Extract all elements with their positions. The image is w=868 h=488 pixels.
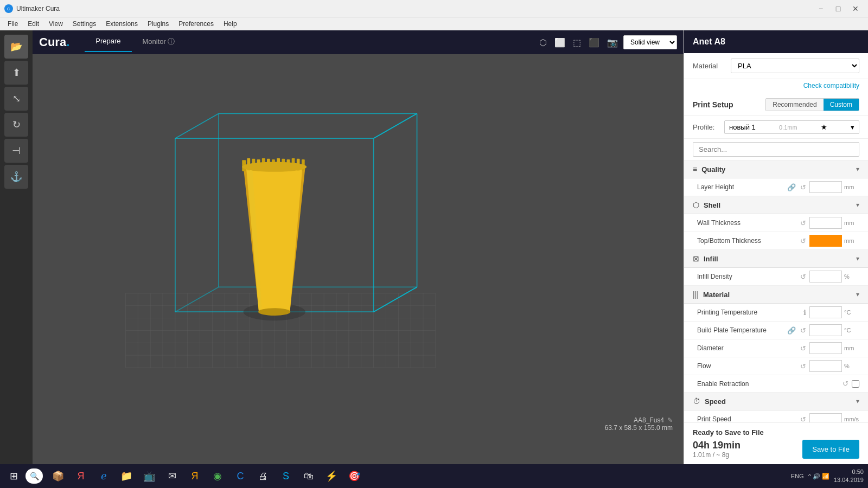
print-speed-reset-icon[interactable]: ↺ [799,414,807,423]
quality-title: Quality [701,165,725,174]
print-speed-label: Print Speed [697,415,799,422]
taskbar-app-store2[interactable]: 🛍 [298,465,320,487]
menu-plugins[interactable]: Plugins [143,19,173,29]
infill-section-header[interactable]: ⊠ Infill ▾ [684,250,868,268]
taskbar-clock: 0:50 [834,468,864,476]
wall-thickness-input[interactable]: 0.5 [809,217,842,229]
view-mode-select[interactable]: Solid view X-Ray view Layer view [623,35,677,49]
build-plate-link-icon[interactable]: 🔗 [786,325,797,336]
print-temp-input[interactable]: 190 [809,306,842,318]
tool-rotate[interactable]: ↻ [4,113,28,137]
menu-preferences[interactable]: Preferences [174,19,218,29]
layer-height-input[interactable]: 0.2 [809,181,842,193]
tool-support[interactable]: ⚓ [4,165,28,189]
flow-label: Flow [697,362,799,370]
logo: Cura. [39,35,69,49]
enable-retraction-label: Enable Retraction [697,380,841,388]
view-side-icon[interactable]: ⬚ [571,35,583,50]
taskbar-app-cura[interactable]: C [229,465,251,487]
taskbar-app-skype[interactable]: S [275,465,297,487]
taskbar-app-game[interactable]: ⚡ [321,465,342,487]
layer-height-controls: 🔗 ↺ 0.2 mm [786,181,859,193]
tab-recommended[interactable]: Recommended [766,99,823,111]
edit-name-icon[interactable]: ✎ [667,416,673,424]
print-setup-title: Print Setup [693,100,733,109]
menu-help[interactable]: Help [219,19,241,29]
view-front-icon[interactable]: ⬜ [552,35,567,50]
top-bottom-reset-icon[interactable]: ↺ [799,236,807,246]
svg-line-40 [374,113,417,138]
layer-height-reset-icon[interactable]: ↺ [799,182,807,192]
diameter-input[interactable]: 0.4 [809,342,842,354]
build-plate-temp-input[interactable]: 40 [809,324,842,336]
menu-settings[interactable]: Settings [68,19,100,29]
top-bottom-input[interactable]: 0 [809,235,842,247]
build-plate-reset-icon[interactable]: ↺ [799,325,807,336]
shell-section-header[interactable]: ⬡ Shell ▾ [684,196,868,214]
tab-monitor[interactable]: Monitor ⓘ [132,33,186,52]
taskbar-app-files[interactable]: 📁 [116,465,137,487]
svg-text:C: C [7,7,10,11]
print-speed-input[interactable]: 25 [809,413,842,422]
taskbar-search-button[interactable]: 🔍 [25,468,43,484]
tab-custom[interactable]: Custom [824,99,859,111]
flow-input[interactable]: 50 [809,360,842,372]
profile-select[interactable]: новый 1 0.1mm ★ ▾ [724,120,859,134]
retraction-checkbox[interactable] [852,380,859,388]
canvas-area[interactable]: AA8_Fus4 ✎ 63.7 x 58.5 x 155.0 mm [33,54,684,464]
tool-scale[interactable]: ⤡ [4,87,28,111]
start-button[interactable]: ⊞ [4,468,23,484]
taskbar-app-media[interactable]: 📺 [138,465,160,487]
layer-height-link-icon[interactable]: 🔗 [786,182,797,192]
tool-move[interactable]: ⬆ [4,61,28,85]
wall-thickness-label: Wall Thickness [697,219,799,227]
speed-section-header[interactable]: ⏱ Speed ▾ [684,393,868,410]
material-settings-header[interactable]: ||| Material ▾ [684,286,868,304]
material-label: Material [693,62,725,70]
taskbar-app-store[interactable]: 📦 [47,465,69,487]
diameter-controls: ↺ 0.4 mm [799,342,859,354]
save-to-file-button[interactable]: Save to File [802,440,859,459]
taskbar-app-edge[interactable]: ℯ [93,465,114,487]
print-temp-row: Printing Temperature ℹ 190 °C [684,304,868,322]
taskbar-app-chrome[interactable]: ◉ [207,465,228,487]
tool-mirror[interactable]: ⊣ [4,139,28,163]
taskbar: ⊞ 🔍 📦 Я ℯ 📁 📺 ✉ Я ◉ C 🖨 S 🛍 ⚡ 🎯 ENG ^ 🔊 … [0,464,868,488]
minimize-button[interactable]: − [813,3,829,14]
quality-section-header[interactable]: ≡ Quality ▾ [684,160,868,178]
menu-edit[interactable]: Edit [23,19,43,29]
profile-star: ★ [821,123,827,131]
menu-file[interactable]: File [3,19,22,29]
maximize-button[interactable]: □ [830,3,846,14]
view-camera-icon[interactable]: 📷 [605,35,620,50]
retraction-reset-icon[interactable]: ↺ [841,378,850,389]
quality-section: ≡ Quality ▾ Layer Height 🔗 ↺ 0.2 mm [684,160,868,196]
infill-density-reset-icon[interactable]: ↺ [799,272,807,282]
taskbar-app-yandex[interactable]: Я [70,465,92,487]
diameter-reset-icon[interactable]: ↺ [799,343,807,354]
view-top-icon[interactable]: ⬛ [586,35,602,50]
flow-reset-icon[interactable]: ↺ [799,361,807,371]
close-button[interactable]: ✕ [847,3,864,14]
view-perspective-icon[interactable]: ⬡ [537,35,549,50]
taskbar-app-print[interactable]: 🖨 [252,465,274,487]
check-compatibility-link[interactable]: Check compatibility [803,82,859,89]
search-input[interactable] [693,142,859,157]
taskbar-app-misc[interactable]: 🎯 [343,465,365,487]
menu-view[interactable]: View [44,19,67,29]
tab-prepare[interactable]: Prepare [85,33,131,52]
taskbar-app-mail[interactable]: ✉ [161,465,183,487]
taskbar-app-yandex2[interactable]: Я [184,465,206,487]
top-bottom-thickness-label: Top/Bottom Thickness [697,237,799,245]
material-select[interactable]: PLA ABS PETG [731,59,859,73]
profile-label: Profile: [693,123,720,131]
menu-extensions[interactable]: Extensions [101,19,142,29]
infill-density-input[interactable]: 0 [809,271,842,282]
titlebar: C Ultimaker Cura − □ ✕ [0,0,868,17]
taskbar-time: 0:50 13.04.2019 [834,468,864,485]
flow-unit: % [844,363,859,369]
left-toolbar: 📂 ⬆ ⤡ ↻ ⊣ ⚓ [0,30,33,464]
print-temp-controls: ℹ 190 °C [803,306,859,318]
wall-thickness-reset-icon[interactable]: ↺ [799,218,807,228]
open-file-button[interactable]: 📂 [4,35,28,59]
